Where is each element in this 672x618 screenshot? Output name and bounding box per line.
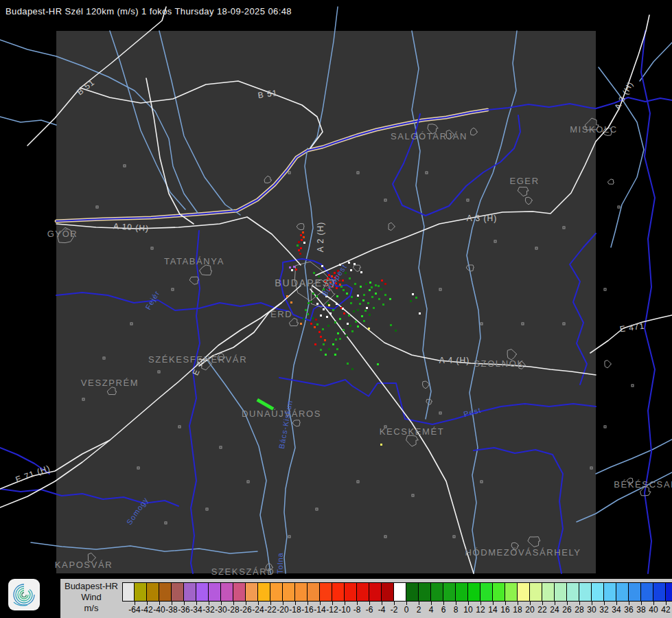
legend-color-box [406, 582, 419, 602]
legend-color-box [332, 582, 345, 602]
legend-color-box [431, 582, 443, 602]
legend-color-box [604, 582, 616, 602]
road-label: E 71 (H) [14, 463, 51, 484]
color-legend-bar: Budapest-HR Wind m/s -64-42-40-38-36-34-… [60, 579, 672, 618]
legend-color-box [542, 582, 555, 602]
legend-color-box [196, 582, 209, 602]
legend-color-box [468, 582, 480, 602]
road-label: E 471 [619, 321, 645, 334]
road-label: B 51 [257, 88, 278, 100]
legend-color-box [530, 582, 542, 602]
legend-color-box [159, 582, 172, 602]
legend-color-box [518, 582, 530, 602]
legend-color-box [172, 582, 184, 602]
city-label: GYŐR [47, 229, 78, 239]
legend-color-box [480, 582, 493, 602]
legend-color-box [147, 582, 159, 602]
city-label: VESZPRÉM [81, 378, 139, 388]
legend-color-box [629, 582, 641, 602]
legend-color-box [567, 582, 579, 602]
road-label: A 4 (H) [439, 356, 470, 365]
legend-tick-label: 42 [656, 605, 672, 615]
legend-color-box [369, 582, 382, 602]
radar-app-window: Budapest-HR Szél 120km (m/s) 1 fokos Thu… [0, 0, 672, 618]
city-label: TATABÁNYA [164, 256, 224, 266]
city-label: SZEKSZÁRD [211, 566, 275, 577]
legend-color-box [555, 582, 567, 602]
legend-color-box [394, 582, 406, 602]
city-label: ÉRD [270, 309, 292, 319]
legend-color-box [184, 582, 196, 602]
legend-color-scale [122, 582, 672, 602]
legend-color-box [443, 582, 456, 602]
city-label: HÓDMEZŐVÁSÁRHELY [465, 547, 581, 558]
city-label: KAPOSVÁR [55, 560, 113, 570]
legend-color-box [579, 582, 592, 602]
legend-color-box-overflow [666, 582, 672, 602]
county-label: Tolna [276, 552, 284, 573]
road-label: A 3 (H) [612, 80, 635, 111]
city-label: MISKOLC [570, 124, 618, 135]
county-label: Bács-Kiskun [277, 399, 294, 449]
road-label: A 3 (H) [467, 214, 497, 223]
legend-color-box [616, 582, 629, 602]
legend-color-box [641, 582, 653, 602]
city-label: SALGÓTARJÁN [391, 131, 467, 141]
legend-color-box [308, 582, 320, 602]
legend-units-label: m/s [60, 603, 122, 614]
legend-field-label: Wind [60, 592, 122, 603]
legend-color-box [233, 582, 246, 602]
legend-color-box [505, 582, 518, 602]
city-label: SZOLNOK [474, 358, 524, 369]
road-label: A 10 (H) [113, 221, 150, 233]
legend-color-box [456, 582, 468, 602]
legend-color-box [592, 582, 604, 602]
legend-color-box [246, 582, 258, 602]
legend-color-box [320, 582, 332, 602]
city-label: EGER [509, 176, 539, 186]
county-label: Fejér [143, 289, 161, 311]
legend-color-box [653, 582, 666, 602]
legend-color-box [295, 582, 308, 602]
legend-color-box [419, 582, 431, 602]
map-labels-layer: SALGÓTARJÁNMISKOLCEGERTATABÁNYABUDAPESTÉ… [0, 0, 672, 579]
city-label: BÉKÉSCSABA [614, 479, 672, 490]
city-label: KECSKEMÉT [380, 426, 445, 437]
legend-color-box [221, 582, 233, 602]
city-label: DUNAÚJVÁROS [242, 409, 321, 419]
legend-color-box [122, 582, 135, 602]
county-label: Pest [463, 406, 482, 418]
legend-color-box [382, 582, 394, 602]
legend-color-box [135, 582, 147, 602]
road-label: A 2 (H) [316, 222, 325, 252]
legend-color-box [258, 582, 270, 602]
legend-color-box [493, 582, 505, 602]
legend-color-box [209, 582, 221, 602]
legend-product-label: Budapest-HR [60, 581, 122, 592]
legend-title-block: Budapest-HR Wind m/s [60, 581, 122, 614]
road-label: B 51 [75, 78, 96, 98]
county-label: Somogy [125, 496, 150, 527]
legend-color-box [357, 582, 369, 602]
legend-color-box [345, 582, 357, 602]
legend-color-box [270, 582, 283, 602]
met-spiral-logo-icon [8, 579, 40, 610]
legend-color-box [283, 582, 295, 602]
